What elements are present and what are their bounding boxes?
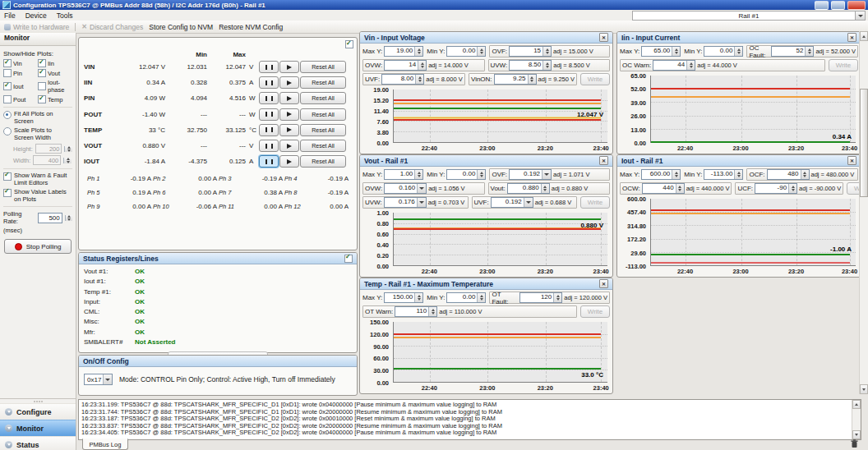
value-field[interactable]: 440 [642,183,685,194]
polling-rate-spinner[interactable] [65,215,72,221]
chevron-down-icon[interactable] [417,184,426,193]
value-field[interactable]: 15 [509,46,552,57]
reset-all-button[interactable]: Reset All [300,140,346,152]
value-field[interactable]: 120 [519,292,562,303]
value-field[interactable]: 0.192 [491,197,533,208]
plot-checkbox-pout[interactable]: Pout [3,95,38,103]
close-icon[interactable]: ✕ [599,33,608,42]
plot-checkbox-pin[interactable]: Pin [3,69,38,77]
spinner[interactable] [477,170,485,179]
panel-checkbox[interactable] [345,40,353,48]
value-field[interactable]: 0.00 [446,292,486,303]
write-button[interactable]: Write [580,196,610,209]
close-icon[interactable]: ✕ [599,156,608,165]
polling-rate-field[interactable]: 500 [38,213,62,223]
radio-fit-all-plots-on-screen[interactable]: Fit All Plots on Screen [3,111,72,125]
value-field[interactable]: -113.00 [704,169,743,180]
menu-tools[interactable]: Tools [57,11,73,20]
scroll-up-icon[interactable] [860,31,868,41]
play-button[interactable] [279,108,299,121]
spinner[interactable] [418,61,426,70]
spinner[interactable] [542,47,551,56]
close-icon[interactable]: ✕ [847,33,856,42]
write-button[interactable]: Write [580,305,610,318]
reset-all-button[interactable]: Reset All [300,155,346,168]
menu-device[interactable]: Device [25,11,47,20]
pause-button[interactable] [259,124,279,136]
pause-button[interactable] [259,92,279,104]
discard-changes-button[interactable]: ✕ Discard Changes [81,23,143,31]
spinner[interactable] [528,75,536,84]
plot-checkbox-temp[interactable]: Temp [38,95,72,103]
close-button[interactable] [847,1,866,10]
pause-button[interactable] [259,155,279,168]
spinner[interactable] [415,75,423,84]
checkbox-show-warn-fault-limit-editors[interactable]: Show Warn & Fault Limit Editors [3,172,72,186]
spinner[interactable] [477,47,485,56]
value-field[interactable]: 0.00 [446,169,486,180]
plot-checkbox-vout[interactable]: Vout [38,69,72,77]
plot-checkbox-iout-phase[interactable]: Iout-phase [38,79,72,94]
pause-button[interactable] [259,108,279,121]
reset-all-button[interactable]: Reset All [300,76,346,89]
pause-button[interactable] [259,76,279,89]
close-icon[interactable]: ✕ [599,279,608,288]
value-field[interactable]: 14 [384,60,427,71]
menu-file[interactable]: File [4,11,16,20]
value-field[interactable]: 0.00 [704,46,743,57]
spinner[interactable] [414,47,422,56]
value-field[interactable]: 52 [771,46,814,57]
spinner[interactable] [428,307,436,316]
write-button[interactable]: Write [829,59,858,71]
width-field[interactable]: 400 [33,155,61,165]
clear-log-trash-icon[interactable] [851,439,858,450]
play-button[interactable] [279,76,299,89]
spinner[interactable] [542,61,551,70]
store-config-nvm-button[interactable]: Store Config to NVM [149,23,213,31]
panel-checkbox[interactable] [344,255,353,263]
spinner[interactable] [553,293,561,302]
width-spinner[interactable] [63,158,72,163]
reset-all-button[interactable]: Reset All [300,108,346,121]
chevron-down-icon[interactable] [855,11,865,20]
value-field[interactable]: -90 [755,183,797,194]
scroll-down-icon[interactable] [860,384,868,394]
play-button[interactable] [279,155,299,168]
spinner[interactable] [541,184,549,193]
play-button[interactable] [279,92,299,104]
chevron-down-icon[interactable] [103,374,112,384]
spinner[interactable] [414,293,422,302]
value-field[interactable]: 600.00 [641,169,681,180]
value-field[interactable]: 65.00 [641,46,681,57]
log-scrollbar[interactable] [852,400,861,439]
value-field[interactable]: 0.192 [509,169,552,180]
checkbox-show-value-labels-on-plots[interactable]: Show Value Labels on Plots [3,189,72,203]
value-field[interactable]: 19.00 [384,46,423,57]
spinner[interactable] [676,184,684,193]
value-field[interactable]: 0.160 [384,183,427,194]
spinner[interactable] [414,170,422,179]
stop-polling-button[interactable]: Stop Polling [4,239,72,254]
chevron-down-icon[interactable] [542,170,551,179]
write-button[interactable]: Write [580,73,610,85]
value-field[interactable]: 1.00 [384,169,423,180]
nav-item-monitor[interactable]: Monitor [0,420,76,436]
maximize-button[interactable] [831,1,845,10]
value-field[interactable]: 44 [653,60,695,71]
plot-checkbox-iout[interactable]: Iout [3,79,38,94]
value-field[interactable]: 0.880 [507,183,550,194]
spinner[interactable] [477,293,485,302]
reset-all-button[interactable]: Reset All [300,92,346,104]
restore-nvm-config-button[interactable]: Restore NVM Config [219,23,283,31]
reset-all-button[interactable]: Reset All [300,124,346,136]
height-field[interactable]: 200 [35,144,62,154]
plot-checkbox-vin[interactable]: Vin [3,59,38,67]
value-field[interactable]: 150.00 [384,292,423,303]
spinner[interactable] [672,47,680,56]
pause-button[interactable] [259,61,279,73]
value-field[interactable]: 9.25 [494,74,537,85]
pause-button[interactable] [259,140,279,152]
value-field[interactable]: 8.50 [509,60,552,71]
value-field[interactable]: 480 [767,169,810,180]
chevron-down-icon[interactable] [417,198,426,207]
